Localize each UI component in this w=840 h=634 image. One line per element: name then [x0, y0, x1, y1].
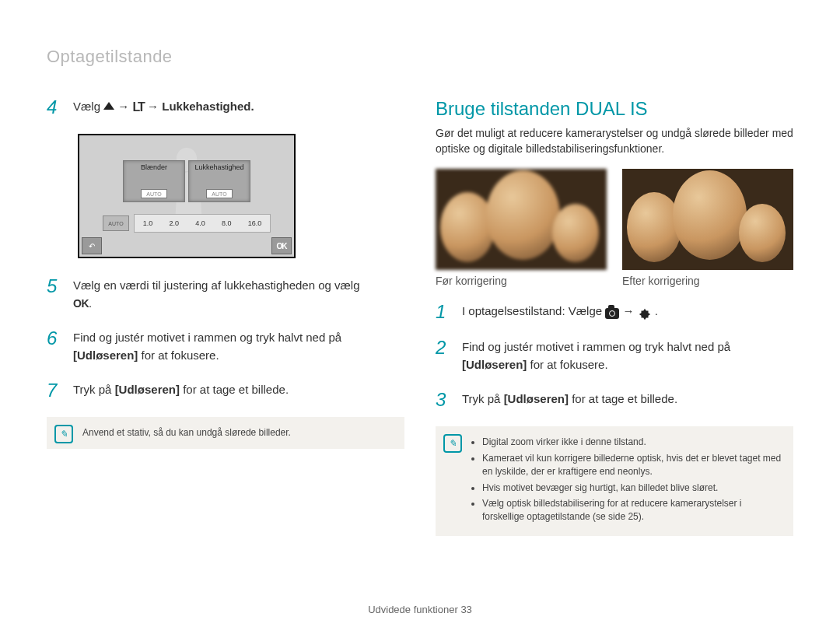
step-body: Vælg en værdi til justering af lukkehast…: [73, 277, 360, 312]
note-item: Kameraet vil kun korrigere billederne op…: [482, 452, 782, 478]
step-body: Find og justér motivet i rammen og tryk …: [462, 338, 793, 373]
tick-4: 16.0: [248, 219, 262, 227]
step7-post: for at tage et billede.: [183, 383, 289, 396]
step4-pre: Vælg: [73, 100, 103, 113]
arrow-sep-1: →: [117, 100, 132, 113]
step-6: 6 Find og justér motivet i rammen og try…: [47, 329, 404, 364]
step5-pre: Vælg en værdi til justering af lukkehast…: [73, 278, 360, 292]
step-body: I optagelsestilstand: Vælge → .: [462, 303, 658, 321]
camera-icon: [605, 308, 619, 319]
breadcrumb: Optagetilstande: [47, 47, 793, 67]
shutter-word: [Udløseren]: [73, 349, 138, 362]
step-number: 6: [47, 329, 62, 348]
caption-row: Før korrigering Efter korrigering: [436, 275, 793, 287]
tick-3: 8.0: [222, 219, 232, 227]
step-number: 7: [47, 381, 62, 400]
step4-post: → Lukkehastighed.: [147, 100, 254, 113]
step-body: Tryk på [Udløseren] for at tage et bille…: [462, 391, 677, 408]
step-7: 7 Tryk på [Udløseren] for at tage et bil…: [47, 381, 404, 400]
tick-0: 1.0: [143, 219, 153, 227]
step-5: 5 Vælg en værdi til justering af lukkeha…: [47, 277, 404, 312]
step-number: 3: [436, 391, 451, 409]
footer-label: Udvidede funktioner: [368, 604, 458, 615]
back-button[interactable]: ↶: [82, 237, 102, 254]
ok-button[interactable]: OK: [271, 237, 292, 254]
section-description: Gør det muligt at reducere kamerarystels…: [436, 126, 793, 156]
step3-pre: Tryk på: [462, 392, 504, 405]
lt-icon: LT: [133, 98, 144, 117]
note-item: Vælg optisk billedstabilisering for at r…: [482, 497, 782, 524]
note-item: Digital zoom virker ikke i denne tilstan…: [482, 436, 782, 449]
right-column: Bruge tilstanden DUAL IS Gør det muligt …: [436, 98, 793, 536]
shutter-label: Lukkehastighed: [194, 163, 243, 171]
step2-line2: for at fokusere.: [530, 358, 608, 371]
tick-1: 2.0: [169, 219, 179, 227]
note-icon: ✎: [443, 434, 462, 453]
note-list: Digital zoom virker ikke i denne tilstan…: [471, 436, 782, 524]
aperture-shutter-panels: Blænder AUTO Lukkehastighed AUTO: [123, 160, 250, 202]
before-after-images: [436, 169, 793, 270]
note-icon: ✎: [54, 425, 73, 443]
page-footer: Udvidede funktioner 33: [0, 604, 840, 615]
two-column-layout: 4 Vælg → LT → Lukkehastighed. Blænder: [47, 98, 793, 536]
shutter-auto-badge: AUTO: [206, 189, 233, 198]
auto-chip: AUTO: [103, 215, 129, 231]
step-1-right: 1 I optagelsestilstand: Vælge → .: [436, 303, 793, 321]
step-body: Find og justér motivet i rammen og tryk …: [73, 329, 404, 364]
tick-2: 4.0: [195, 219, 205, 227]
image-after: [622, 169, 793, 270]
step-4: 4 Vælg → LT → Lukkehastighed.: [47, 98, 404, 117]
section-title: Bruge tilstanden DUAL IS: [436, 98, 793, 120]
step-body: Vælg → LT → Lukkehastighed.: [73, 98, 254, 117]
step2-line1: Find og justér motivet i rammen og tryk …: [462, 340, 730, 353]
image-before: [436, 169, 607, 270]
step3-post: for at tage et billede.: [572, 392, 677, 405]
aperture-label: Blænder: [141, 163, 167, 171]
camera-ui-preview: Blænder AUTO Lukkehastighed AUTO AUTO 1.…: [78, 134, 296, 258]
step7-pre: Tryk på: [73, 383, 115, 396]
step-3-right: 3 Tryk på [Udløseren] for at tage et bil…: [436, 391, 793, 409]
step-number: 5: [47, 277, 62, 296]
step-body: Tryk på [Udløseren] for at tage et bille…: [73, 381, 289, 399]
step6-line1: Find og justér motivet i rammen og tryk …: [73, 331, 341, 344]
left-column: 4 Vælg → LT → Lukkehastighed. Blænder: [47, 98, 404, 536]
step-number: 2: [436, 338, 451, 357]
arrow-sep-2: →: [622, 304, 637, 317]
aperture-auto-badge: AUTO: [141, 189, 167, 198]
ok-inline-icon: OK: [73, 296, 89, 312]
footer-page-number: 33: [460, 604, 471, 615]
note-text: Anvend et stativ, så du kan undgå sløred…: [82, 427, 291, 438]
step-number: 4: [47, 98, 62, 117]
step-2-right: 2 Find og justér motivet i rammen og try…: [436, 338, 793, 373]
step1-text: I optagelsestilstand: Vælge: [462, 304, 605, 317]
step6-line2: for at fokusere.: [142, 349, 219, 362]
caption-before: Før korrigering: [436, 275, 607, 287]
caption-after: Efter korrigering: [622, 275, 793, 287]
manual-page: Optagetilstande 4 Vælg → LT → Lukkehasti…: [0, 0, 840, 536]
shutter-word: [Udløseren]: [115, 383, 180, 396]
note-box-right: ✎ Digital zoom virker ikke i denne tilst…: [436, 426, 793, 536]
step5-period: .: [89, 296, 92, 310]
note-box-left: ✎ Anvend et stativ, så du kan undgå slør…: [47, 417, 404, 449]
step-number: 1: [436, 303, 451, 321]
shutter-panel: Lukkehastighed AUTO: [188, 160, 250, 202]
aperture-panel: Blænder AUTO: [123, 160, 185, 202]
arrow-up-icon: [103, 102, 114, 110]
shutter-word: [Udløseren]: [462, 358, 527, 371]
value-scale-row: AUTO 1.0 2.0 4.0 8.0 16.0: [103, 212, 271, 235]
dual-is-icon: [638, 307, 652, 321]
shutter-word: [Udløseren]: [504, 392, 569, 405]
note-item: Hvis motivet bevæger sig hurtigt, kan bi…: [482, 482, 782, 495]
value-scale: 1.0 2.0 4.0 8.0 16.0: [134, 214, 271, 233]
